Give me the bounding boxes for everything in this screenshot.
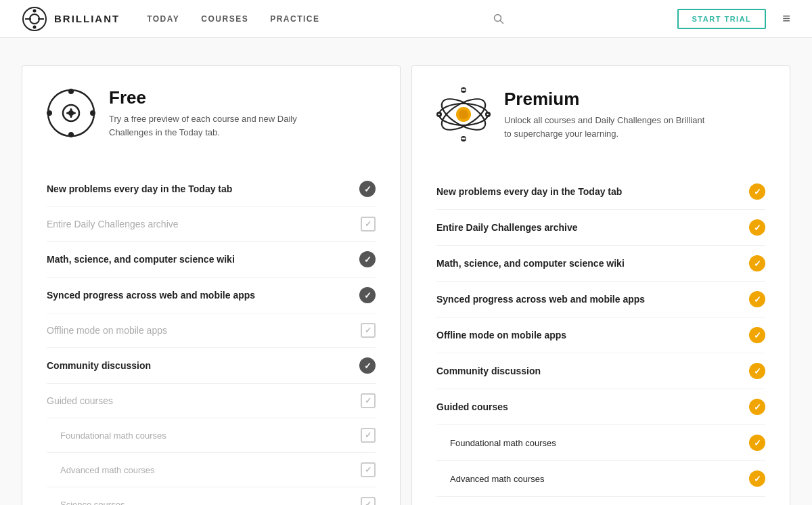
search-icon [493, 14, 504, 24]
feature-item: Science courses✓ [47, 487, 376, 505]
feature-label: Science courses [47, 500, 125, 506]
svg-point-13 [47, 110, 52, 116]
feature-item: Entire Daily Challenges archive✓ [47, 207, 376, 242]
svg-rect-30 [461, 138, 466, 140]
feature-label: Math, science, and computer science wiki [436, 258, 625, 269]
feature-item: Guided courses✓ [47, 384, 376, 418]
check-gold-icon: ✓ [749, 363, 765, 379]
feature-label: Advanced math courses [436, 474, 544, 484]
feature-label: Community discussion [47, 360, 151, 371]
search-container [485, 9, 667, 28]
feature-label: Foundational math courses [436, 438, 556, 448]
nav-practice[interactable]: PRACTICE [270, 14, 319, 24]
feature-item: Synced progress across web and mobile ap… [436, 282, 765, 317]
free-features-list: New problems every day in the Today tab✓… [47, 171, 376, 505]
nav-today[interactable]: TODAY [147, 14, 179, 24]
feature-label: New problems every day in the Today tab [47, 183, 232, 194]
feature-item: Math, science, and computer science wiki… [47, 242, 376, 278]
feature-label: Guided courses [47, 395, 113, 406]
svg-rect-31 [438, 114, 441, 116]
premium-features-list: New problems every day in the Today tab✓… [436, 174, 765, 505]
feature-item: Math, science, and computer science wiki… [436, 246, 765, 282]
premium-plan-title: Premium [504, 89, 707, 110]
check-gold-icon: ✓ [749, 399, 765, 415]
check-gold-icon: ✓ [749, 219, 765, 236]
feature-item: New problems every day in the Today tab✓ [436, 174, 765, 210]
check-empty-icon: ✓ [361, 462, 376, 477]
feature-label: Offline mode on mobile apps [436, 330, 566, 341]
check-gold-icon: ✓ [749, 291, 765, 307]
check-empty-icon: ✓ [361, 393, 376, 408]
premium-plan-info: Premium Unlock all courses and Daily Cha… [504, 89, 707, 140]
check-empty-icon: ✓ [361, 428, 376, 443]
free-plan-card: Free Try a free preview of each course a… [22, 65, 401, 505]
feature-item: Science courses✓ [436, 497, 765, 505]
svg-rect-19 [66, 112, 76, 114]
check-gold-icon: ✓ [749, 435, 765, 451]
svg-point-24 [459, 110, 468, 119]
feature-label: Synced progress across web and mobile ap… [47, 290, 255, 301]
nav-links: TODAY COURSES PRACTICE [147, 14, 319, 24]
svg-rect-32 [487, 114, 489, 116]
nav-logo[interactable]: BRILLIANT [22, 6, 120, 32]
feature-label: Math, science, and computer science wiki [47, 254, 235, 265]
svg-rect-17 [68, 90, 74, 92]
feature-item: Community discussion✓ [436, 353, 765, 389]
svg-point-1 [30, 14, 39, 24]
feature-item: New problems every day in the Today tab✓ [47, 171, 376, 207]
brand-name: BRILLIANT [54, 13, 120, 24]
premium-plan-card: Premium Unlock all courses and Daily Cha… [411, 65, 790, 505]
feature-label: Entire Daily Challenges archive [436, 222, 578, 233]
check-empty-icon: ✓ [361, 217, 376, 232]
free-plan-header: Free Try a free preview of each course a… [47, 87, 376, 152]
svg-point-3 [33, 25, 37, 28]
free-plan-subtitle: Try a free preview of each course and ne… [109, 112, 312, 139]
premium-plan-subtitle: Unlock all courses and Daily Challenges … [504, 114, 707, 140]
svg-line-7 [500, 20, 503, 23]
svg-point-14 [90, 110, 95, 116]
svg-rect-29 [461, 89, 466, 91]
feature-label: Community discussion [436, 366, 541, 376]
feature-label: Advanced math courses [47, 465, 154, 475]
free-plan-info: Free Try a free preview of each course a… [109, 87, 312, 139]
start-trial-button[interactable]: START TRIAL [677, 9, 767, 29]
check-gold-icon: ✓ [749, 470, 765, 487]
feature-item: Foundational math courses✓ [47, 418, 376, 453]
feature-item: Entire Daily Challenges archive✓ [436, 210, 765, 246]
feature-item: Advanced math courses✓ [436, 461, 765, 497]
check-gold-icon: ✓ [749, 183, 765, 200]
premium-plan-icon [436, 87, 491, 141]
feature-item: Synced progress across web and mobile ap… [47, 278, 376, 313]
feature-item: Guided courses✓ [436, 389, 765, 425]
check-empty-icon: ✓ [361, 497, 376, 505]
feature-label: Synced progress across web and mobile ap… [436, 294, 645, 305]
check-empty-icon: ✓ [361, 323, 376, 338]
nav-courses[interactable]: COURSES [201, 14, 248, 24]
check-gold-icon: ✓ [749, 255, 765, 271]
feature-item: Offline mode on mobile apps✓ [436, 317, 765, 353]
logo-icon [22, 6, 47, 32]
feature-item: Foundational math courses✓ [436, 425, 765, 461]
feature-item: Advanced math courses✓ [47, 453, 376, 487]
check-filled-icon: ✓ [359, 287, 376, 303]
check-filled-icon: ✓ [359, 357, 376, 374]
feature-item: Offline mode on mobile apps✓ [47, 313, 376, 348]
check-gold-icon: ✓ [749, 327, 765, 343]
svg-point-2 [33, 9, 37, 12]
feature-label: Foundational math courses [47, 431, 166, 441]
plans-container: Free Try a free preview of each course a… [0, 38, 812, 505]
feature-label: Entire Daily Challenges archive [47, 219, 179, 229]
feature-label: Offline mode on mobile apps [47, 325, 167, 336]
hamburger-icon[interactable]: ≡ [782, 11, 790, 26]
feature-label: New problems every day in the Today tab [436, 186, 622, 197]
free-plan-title: Free [109, 87, 312, 108]
svg-point-12 [68, 132, 74, 137]
check-filled-icon: ✓ [359, 251, 376, 267]
free-plan-icon [47, 89, 95, 137]
premium-plan-header: Premium Unlock all courses and Daily Cha… [436, 87, 765, 155]
feature-label: Guided courses [436, 401, 508, 412]
feature-item: Community discussion✓ [47, 348, 376, 384]
check-filled-icon: ✓ [359, 181, 376, 197]
search-input[interactable] [510, 14, 658, 24]
